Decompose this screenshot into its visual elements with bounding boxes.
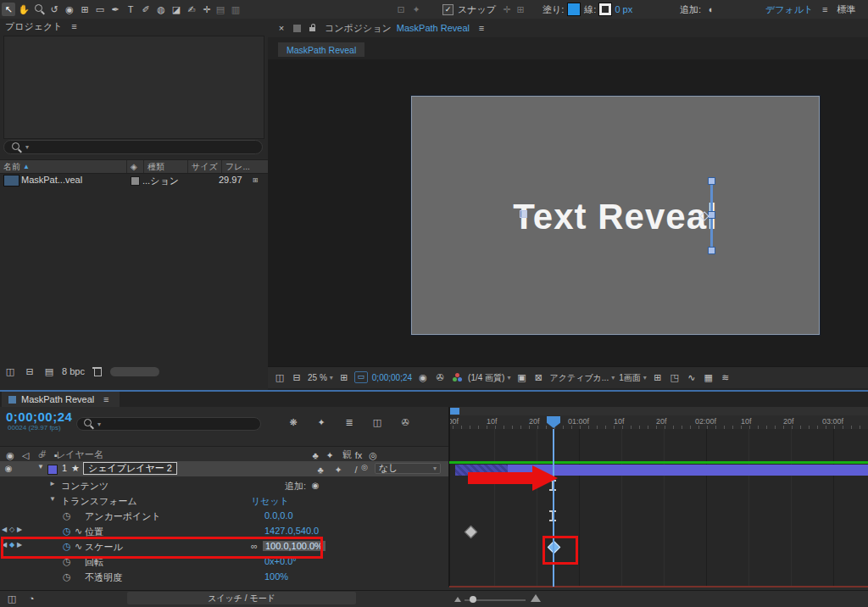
draft-3d-icon[interactable]: ✦ [314, 415, 328, 429]
camera-tool-icon[interactable]: ◉ [63, 3, 76, 16]
prev-keyframe-icon[interactable]: ◀ [2, 526, 7, 533]
zoom-in-icon[interactable] [531, 594, 541, 602]
parent-dropdown[interactable]: なし ▾ [375, 463, 441, 474]
show-channel-icon[interactable] [450, 371, 464, 385]
track-area[interactable] [449, 429, 868, 587]
trash-icon[interactable] [91, 365, 104, 378]
reset-button[interactable]: リセット [251, 495, 289, 508]
resolution-dropdown[interactable]: (1/4 画質) ▾ [468, 372, 510, 384]
stopwatch-icon-active[interactable]: ◷ [63, 526, 71, 537]
snapshot-icon[interactable]: ◉ [416, 371, 430, 385]
mini-flowchart-icon[interactable]: ⊟ [290, 371, 303, 385]
rotation-tool-icon[interactable]: ↺ [47, 3, 61, 16]
transparency-grid-icon[interactable]: ⊠ [531, 371, 545, 385]
magnification-dropdown[interactable]: 25 % ▾ [308, 373, 333, 382]
panel-option-icon-2[interactable]: ▥ [229, 3, 242, 16]
search-caret-icon[interactable]: ▾ [97, 420, 101, 428]
project-search-box[interactable]: ▾ [3, 140, 263, 154]
new-folder-icon[interactable]: ⊟ [23, 365, 36, 378]
roto-brush-tool-icon[interactable]: ✍ [185, 3, 198, 16]
anchor-point-value[interactable]: 0.0,0.0 [264, 510, 293, 521]
shape-tool-icon[interactable]: ▭ [93, 3, 107, 16]
region-of-interest-icon[interactable]: ▭ [354, 371, 368, 383]
layer-shy-icon[interactable]: ♣ [314, 463, 327, 476]
workspace-selector[interactable]: デフォルト [765, 3, 813, 16]
close-icon[interactable]: × [275, 21, 288, 35]
mask-mode-icon[interactable]: ⊡ [394, 3, 408, 16]
transform-twirl-icon[interactable]: ▼ [49, 495, 56, 503]
mask-feather-icon[interactable]: ✦ [409, 3, 423, 16]
snap-option-icon[interactable]: ✛ [500, 3, 514, 16]
grid-options-icon[interactable]: ⊞ [337, 371, 351, 385]
zoom-out-icon[interactable] [454, 597, 461, 602]
switches-modes-button[interactable]: スイッチ / モード [127, 592, 356, 604]
add-contents-button[interactable]: ◉ [309, 479, 322, 493]
composition-viewer[interactable]: Text Reveal [268, 59, 868, 366]
lock-icon[interactable] [306, 21, 320, 35]
type-tool-icon[interactable]: T [124, 3, 137, 16]
fast-preview-icon[interactable]: ∿ [685, 371, 698, 385]
layer-row[interactable]: ◉ ▼ 1 ★ シェイプレイヤー 2 ♣✦/ ◎ なし ▾ [0, 461, 448, 476]
contents-twirl-icon[interactable]: ► [49, 480, 56, 487]
layer-color-chip[interactable] [47, 465, 58, 475]
stopwatch-icon[interactable]: ◷ [63, 510, 71, 521]
stroke-width-value[interactable]: 0 px [615, 4, 632, 14]
current-timecode[interactable]: 0;00;00;24 [6, 409, 72, 424]
hand-tool-icon[interactable]: ✋ [17, 3, 31, 16]
timeline-button-icon[interactable]: ▦ [702, 371, 715, 385]
frame-blend-icon[interactable]: ◫ [370, 415, 384, 429]
camera-dropdown[interactable]: アクティブカ... ▾ [549, 372, 615, 384]
position-value[interactable]: 1427.0,540.0 [264, 526, 319, 536]
brush-tool-icon[interactable]: ✐ [139, 3, 153, 16]
time-ruler[interactable]: 0:00f 10f 20f 01:00f 10f 20f 02:00f 10f … [449, 415, 868, 430]
next-keyframe-icon[interactable]: ▶ [17, 526, 22, 533]
comp-tab[interactable]: MaskPath Reveal [278, 42, 364, 57]
project-item-row[interactable]: MaskPat...veal ...ション 29.97 ⊞ [0, 173, 268, 187]
keyframe-toggle-icon[interactable]: ◇ [9, 526, 14, 533]
selection-tool-icon[interactable]: ↖ [2, 3, 15, 16]
fill-color-swatch[interactable] [567, 3, 581, 16]
graph-editor-icon[interactable]: ◔ [25, 593, 38, 606]
eraser-tool-icon[interactable]: ◪ [170, 3, 183, 16]
workspace-menu-icon[interactable]: ≡ [818, 3, 832, 16]
timeline-zoom-handle[interactable] [470, 596, 476, 603]
path-start-vertex[interactable] [520, 210, 527, 218]
show-snapshot-icon[interactable]: ✇ [433, 371, 447, 385]
preview-monitor-icon[interactable]: ◫ [273, 371, 287, 385]
expand-features-icon[interactable]: ◫ [5, 593, 19, 606]
path-handle-top[interactable] [708, 177, 715, 185]
composition-stage[interactable]: Text Reveal [411, 96, 820, 335]
pixel-aspect-icon[interactable]: ◳ [668, 371, 682, 385]
column-header-type[interactable]: 種類 [144, 160, 188, 173]
comp-timecode[interactable]: 0;00;00;24 [372, 373, 412, 382]
property-row-opacity[interactable]: ◷ 不透明度 100% [0, 570, 448, 585]
motion-blur-enable-icon[interactable]: ✇ [398, 415, 412, 429]
column-header-label[interactable]: ◈ [127, 160, 144, 173]
property-group-transform[interactable]: ▼ トランスフォーム リセット [0, 493, 448, 509]
mini-flow-icon[interactable]: ❋ [287, 415, 300, 429]
layer-name-field[interactable]: シェイプレイヤー 2 [83, 462, 177, 475]
stroke-color-swatch[interactable] [599, 3, 611, 15]
panel-menu-icon[interactable]: ≡ [99, 393, 113, 406]
new-composition-icon[interactable]: ▤ [42, 365, 56, 378]
zoom-tool-icon[interactable] [32, 3, 46, 16]
timeline-search-box[interactable]: ▾ [76, 417, 261, 431]
opacity-value[interactable]: 100% [264, 571, 288, 582]
active-comp-name[interactable]: MaskPath Reveal [397, 23, 470, 33]
layer-motion-blur-switch[interactable]: ◎ [361, 463, 368, 471]
parent-column-header[interactable]: 親 [342, 448, 352, 461]
share-view-icon[interactable]: ⊞ [651, 371, 665, 385]
work-area-start-marker[interactable] [450, 408, 459, 415]
search-caret-icon[interactable]: ▾ [25, 143, 29, 151]
panel-menu-icon[interactable]: ≡ [475, 21, 488, 35]
timeline-tab[interactable]: MaskPath Reveal ≡ [2, 392, 120, 407]
path-handle-bottom[interactable] [708, 247, 715, 254]
layer-twirl-icon[interactable]: ▼ [37, 463, 44, 471]
column-header-name[interactable]: 名前 ▲ [0, 160, 127, 173]
snap-option-icon-2[interactable]: ⊞ [514, 3, 527, 16]
property-row-anchor-point[interactable]: ◷ アンカーポイント 0.0,0.0 [0, 509, 448, 524]
target-icon[interactable]: ▣ [515, 371, 528, 385]
view-layout-dropdown[interactable]: 1画面 ▾ [619, 372, 647, 384]
pen-tool-icon[interactable]: ✒ [108, 3, 122, 16]
snap-checkbox[interactable] [442, 4, 453, 15]
